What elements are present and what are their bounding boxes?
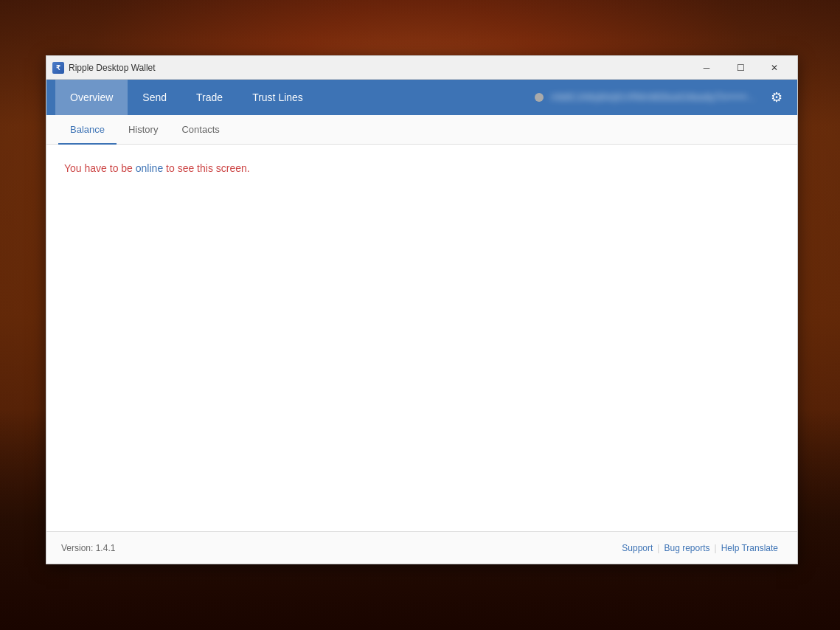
nav-tab-trade[interactable]: Trade bbox=[181, 80, 237, 115]
offline-message: You have to be online to see this screen… bbox=[64, 162, 780, 174]
wallet-address: rHb9CJAWyB4rj91VRWn96DkukG4bwdtyTh••••••… bbox=[551, 92, 757, 103]
settings-button[interactable]: ⚙ bbox=[765, 86, 788, 109]
nav-tab-send[interactable]: Send bbox=[128, 80, 181, 115]
subtab-contacts[interactable]: Contacts bbox=[170, 116, 231, 145]
subtab-balance[interactable]: Balance bbox=[58, 116, 117, 145]
connection-status-dot bbox=[535, 93, 544, 102]
maximize-button[interactable]: ☐ bbox=[723, 56, 757, 80]
subtabs: Balance History Contacts bbox=[46, 115, 797, 145]
subtab-history[interactable]: History bbox=[117, 116, 170, 145]
gear-icon: ⚙ bbox=[771, 89, 782, 105]
version-label: Version: 1.4.1 bbox=[61, 543, 115, 553]
footer-links: Support | Bug reports | Help Translate bbox=[617, 543, 782, 553]
offline-message-text: You have to be bbox=[64, 162, 136, 174]
content-area: You have to be online to see this screen… bbox=[46, 145, 797, 531]
nav-tabs: Overview Send Trade Trust Lines bbox=[55, 80, 318, 115]
app-icon bbox=[52, 62, 64, 74]
titlebar: Ripple Desktop Wallet ─ ☐ ✕ bbox=[46, 56, 797, 80]
nav-tab-overview[interactable]: Overview bbox=[55, 80, 128, 115]
close-button[interactable]: ✕ bbox=[757, 56, 791, 80]
footer: Version: 1.4.1 Support | Bug reports | H… bbox=[46, 531, 797, 564]
navbar-right: rHb9CJAWyB4rj91VRWn96DkukG4bwdtyTh••••••… bbox=[535, 86, 788, 109]
minimize-button[interactable]: ─ bbox=[690, 56, 723, 80]
window-title: Ripple Desktop Wallet bbox=[69, 63, 690, 73]
app-window: Ripple Desktop Wallet ─ ☐ ✕ Overview Sen… bbox=[46, 55, 798, 564]
help-translate-link[interactable]: Help Translate bbox=[717, 543, 782, 553]
navbar: Overview Send Trade Trust Lines rHb9CJAW… bbox=[46, 80, 797, 115]
bug-reports-link[interactable]: Bug reports bbox=[659, 543, 714, 553]
nav-tab-trust-lines[interactable]: Trust Lines bbox=[237, 80, 318, 115]
window-controls: ─ ☐ ✕ bbox=[690, 56, 791, 80]
support-link[interactable]: Support bbox=[617, 543, 657, 553]
